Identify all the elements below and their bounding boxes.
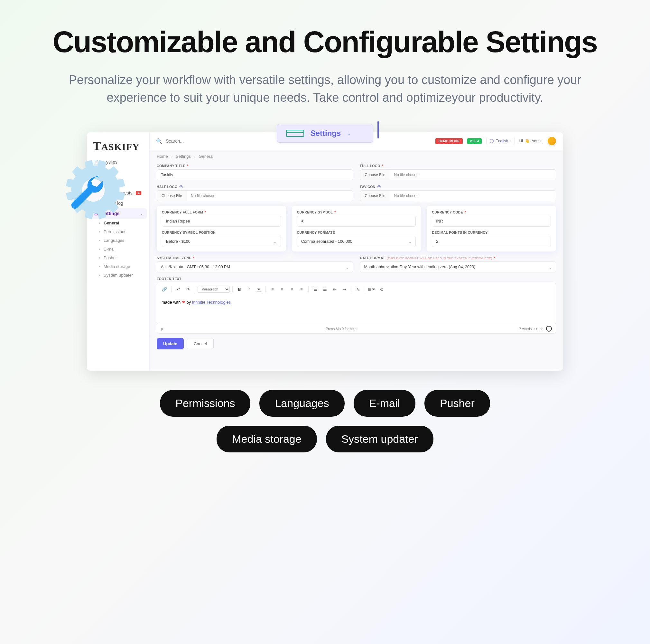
date-format-hint: (THIS DATE FORMAT WILL BE USED IN THE SY…	[387, 256, 492, 260]
decimal-label: DECIMAL POINTS IN CURRENCY	[432, 231, 488, 234]
editor-help-text: Press Alt+0 for help	[326, 327, 357, 331]
sidebar-sub-pusher[interactable]: Pusher	[95, 253, 147, 262]
currency-full-input[interactable]	[162, 216, 281, 227]
date-format-label: DATE FORMAT	[360, 256, 385, 260]
link-icon[interactable]: 🔗	[160, 285, 169, 293]
sidebar-sub-languages[interactable]: Languages	[95, 236, 147, 245]
decimal-input[interactable]	[432, 236, 551, 247]
corner-resize-icon[interactable]	[546, 326, 552, 332]
cursor-indicator	[377, 121, 379, 138]
symbol-position-select[interactable]: Before - $100	[162, 236, 281, 247]
pill-system-updater: System updater	[326, 426, 433, 452]
dot-icon	[99, 240, 100, 241]
version-badge: V1.0.4	[467, 138, 482, 144]
pill-media-storage: Media storage	[217, 426, 317, 452]
currency-full-label: CURRENCY FULL FORM	[162, 210, 203, 214]
svg-point-1	[181, 187, 181, 188]
currency-symbol-label: CURRENCY SYMBOL	[297, 210, 333, 214]
sidebar-sub-media-storage[interactable]: Media storage	[95, 262, 147, 271]
company-title-label: COMPANY TITLE	[157, 164, 185, 168]
favicon-filename: No file chosen	[390, 190, 556, 201]
dot-icon	[99, 266, 100, 267]
align-right-icon[interactable]: ≡	[288, 285, 296, 293]
search-icon: 🔍	[156, 138, 162, 144]
hero-title: Customizable and Configurable Settings	[51, 26, 599, 58]
heart-icon: ❤	[182, 300, 185, 305]
symbol-position-label: CURRENCY SYMBOL POSITION	[162, 231, 216, 234]
half-logo-label: HALF LOGO	[157, 185, 178, 189]
align-justify-icon[interactable]: ≡	[297, 285, 306, 293]
pill-email: E-mail	[354, 390, 416, 417]
full-logo-label: FULL LOGO	[360, 164, 381, 168]
cancel-button[interactable]: Cancel	[187, 338, 213, 349]
full-logo-filename: No file chosen	[390, 169, 556, 180]
italic-icon[interactable]: I	[245, 285, 253, 293]
sidebar-sub-permissions[interactable]: Permissions	[95, 227, 147, 236]
crumb-home[interactable]: Home	[157, 154, 168, 159]
date-format-select[interactable]: Month abbreviation-Day-Year with leading…	[360, 262, 556, 272]
undo-icon[interactable]: ↶	[174, 285, 182, 293]
half-logo-choose-button[interactable]: Choose File	[157, 190, 187, 201]
settings-box-icon	[286, 130, 304, 137]
eye-icon	[179, 185, 183, 189]
gear-wrench-icon	[58, 155, 129, 226]
company-title-input[interactable]	[157, 169, 353, 180]
word-count: 7 words	[519, 327, 532, 331]
sidebar-badge: 4	[136, 191, 142, 195]
user-avatar[interactable]	[547, 136, 557, 146]
pill-languages: Languages	[259, 390, 344, 417]
floating-settings-tab[interactable]: Settings ⌄	[277, 124, 373, 143]
outdent-icon[interactable]: ⇤	[330, 285, 339, 293]
sidebar-sub-system-updater[interactable]: System updater	[95, 271, 147, 279]
align-left-icon[interactable]: ≡	[268, 285, 277, 293]
favicon-choose-button[interactable]: Choose File	[360, 190, 390, 201]
crumb-settings[interactable]: Settings	[176, 154, 191, 159]
eye-icon	[377, 185, 381, 189]
sidebar-sub-e-mail[interactable]: E-mail	[95, 245, 147, 253]
underline-color-icon[interactable]: ⏷	[255, 285, 263, 293]
chevron-down-icon: ⌄	[140, 211, 143, 216]
indent-icon[interactable]: ⇥	[340, 285, 349, 293]
numbered-list-icon[interactable]: ☰	[321, 285, 329, 293]
pill-pusher: Pusher	[425, 390, 490, 417]
editor-path: p	[161, 327, 163, 331]
update-button[interactable]: Update	[157, 338, 184, 349]
timezone-select[interactable]: Asia/Kolkata - GMT +05:30 - 12:09 PM	[157, 262, 353, 272]
favicon-label: FAVICON	[360, 185, 375, 189]
help-icon[interactable]: ⊙	[377, 285, 386, 293]
editor-body[interactable]: made with ❤ by Infinitie Technologies	[157, 295, 556, 324]
currency-code-input[interactable]	[432, 216, 551, 227]
bold-icon[interactable]: B	[235, 285, 244, 293]
paragraph-select[interactable]: Paragraph	[197, 285, 230, 293]
half-logo-filename: No file chosen	[187, 190, 353, 201]
currency-format-select[interactable]: Comma separated - 100,000	[297, 236, 416, 247]
chevron-down-icon: ⌄	[347, 131, 364, 136]
chevron-right-icon: ›	[510, 139, 511, 143]
currency-format-label: CURRENCY FORMATE	[297, 231, 335, 234]
hero-subtitle: Personalize your workflow with versatile…	[60, 71, 590, 107]
align-center-icon[interactable]: ≡	[278, 285, 286, 293]
footer-link[interactable]: Infinitie Technologies	[192, 300, 231, 305]
app-window: TASKIFY 📄…yslips💰Finance📝Notes↪Leave req…	[87, 132, 563, 371]
language-selector[interactable]: English ›	[486, 137, 515, 145]
editor-toolbar: 🔗 ↶ ↷ Paragraph B I ⏷ ≡ ≡ ≡	[157, 283, 556, 295]
clear-format-icon[interactable]: Iₓ	[354, 285, 362, 293]
floating-tab-label: Settings	[311, 129, 341, 138]
currency-code-label: CURRENCY CODE	[432, 210, 463, 214]
crumb-general: General	[198, 154, 213, 159]
dot-icon	[99, 257, 100, 259]
dot-icon	[99, 248, 100, 250]
breadcrumbs: Home › Settings › General	[150, 150, 563, 163]
globe-icon	[490, 139, 494, 143]
app-logo: TASKIFY	[87, 132, 149, 157]
full-logo-choose-button[interactable]: Choose File	[360, 169, 390, 180]
dot-icon	[99, 231, 100, 233]
currency-symbol-input[interactable]	[297, 216, 416, 227]
dot-icon	[99, 275, 100, 276]
feature-pills: Permissions Languages E-mail Pusher Medi…	[116, 390, 534, 452]
demo-mode-badge: DEMO MODE	[435, 138, 463, 144]
bullet-list-icon[interactable]: ☰	[311, 285, 320, 293]
footer-text-label: FOOTER TEXT	[157, 277, 181, 281]
redo-icon[interactable]: ↷	[184, 285, 192, 293]
table-icon[interactable]: ⊞⏷	[368, 285, 376, 293]
